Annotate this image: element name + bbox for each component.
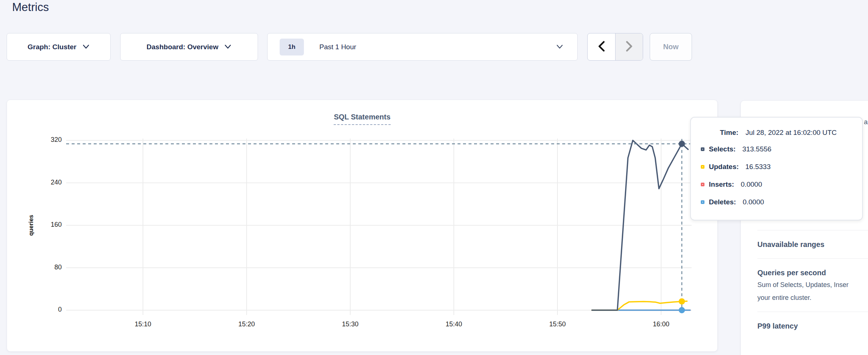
sidebar-section-title: Unavailable ranges [757,230,868,258]
graph-scope-label: Graph: Cluster [28,43,76,51]
sidebar-section-queries-per-second: Queries per second Sum of Selects, Updat… [741,259,868,312]
y-tick-label: 160 [39,221,62,229]
tooltip-row: Selects: 313.5556 [701,140,862,158]
sidebar-section-description-line: Sum of Selects, Updates, Inser [757,279,868,291]
inserts-series-swatch [701,183,704,186]
x-tick-label: 15:30 [342,320,358,328]
tooltip-series-label: Deletes: [709,198,736,206]
time-range-label: Past 1 Hour [319,43,356,51]
sidebar-section-description-line: your entire cluster. [757,291,868,304]
tooltip-time-label: Time: [720,129,738,136]
tooltip-row: Inserts: 0.0000 [701,176,862,193]
chevron-down-icon [224,43,232,51]
tooltip-series-label: Inserts: [709,180,734,189]
tooltip-series-value: 0.0000 [741,180,762,189]
tooltip-series-value: 313.5556 [742,145,771,153]
previous-timeframe-button[interactable] [588,33,615,60]
x-tick-label: 16:00 [653,320,669,328]
chevron-down-icon [82,43,90,51]
tooltip-row: Updates: 16.5333 [701,158,862,176]
chevron-down-icon [556,43,563,51]
y-tick-label: 0 [39,306,62,313]
y-axis-label: queries [28,215,35,236]
now-button[interactable]: Now [650,33,692,61]
dashboard-label: Dashboard: Overview [147,43,218,51]
now-button-label: Now [663,43,678,51]
sidebar-section-p99-latency: P99 latency [741,312,868,340]
chart-hover-tooltip: Time: Jul 28, 2022 at 16:02:00 UTC Selec… [690,117,863,220]
chevron-right-icon [625,41,633,53]
x-tick-label: 15:10 [134,320,151,328]
dashboard-dropdown[interactable]: Dashboard: Overview [120,33,258,61]
chart-plot-area[interactable] [66,139,692,310]
selects-series-swatch [701,147,704,151]
clipped-text-fragment: a [864,118,868,126]
tooltip-series-value: 16.5333 [745,163,771,171]
y-tick-label: 240 [39,179,62,186]
chevron-left-icon [598,41,606,53]
updates-series-swatch [701,165,704,169]
tooltip-time-value: Jul 28, 2022 at 16:02:00 UTC [746,129,837,136]
tooltip-row: Deletes: 0.0000 [701,193,862,211]
tooltip-series-label: Selects: [709,145,736,153]
sidebar-section-unavailable-ranges: Unavailable ranges [741,230,868,258]
tooltip-series-value: 0.0000 [743,198,764,206]
tooltip-time-row: Time: Jul 28, 2022 at 16:02:00 UTC [720,129,862,137]
x-tick-label: 15:20 [238,320,255,328]
chart-title-text[interactable]: SQL Statements [334,113,390,125]
time-range-dropdown[interactable]: 1h Past 1 Hour [267,33,578,61]
time-range-badge: 1h [280,39,304,55]
y-tick-label: 320 [39,136,62,144]
deletes-series-swatch [701,200,704,204]
sidebar-section-title: Queries per second [757,259,868,279]
x-tick-label: 15:50 [549,320,566,328]
chart-title: SQL Statements [7,113,717,121]
graph-scope-dropdown[interactable]: Graph: Cluster [7,33,111,61]
tooltip-series-label: Updates: [709,163,739,171]
sidebar-section-title: P99 latency [757,312,868,340]
y-tick-label: 80 [39,263,62,271]
next-timeframe-button[interactable] [615,33,643,60]
x-tick-label: 15:40 [445,320,462,328]
time-window-pager [587,33,643,61]
page-title: Metrics [12,1,49,14]
